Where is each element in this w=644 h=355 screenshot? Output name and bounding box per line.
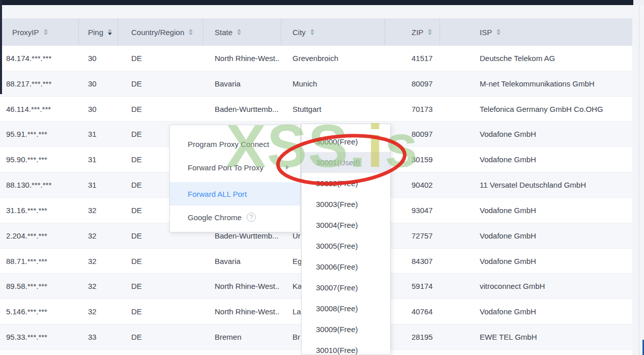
port-menu-item[interactable]: 30004(Free): [302, 215, 390, 235]
port-label: 30004(Free): [316, 221, 358, 229]
cell-zip: 41517: [385, 46, 440, 71]
port-menu-item[interactable]: 30002(Free): [302, 173, 390, 194]
cell-proxyip: 5.146.***.***: [0, 299, 79, 324]
column-header-label: Ping: [88, 28, 103, 37]
port-menu-item[interactable]: 30008(Free): [302, 298, 390, 319]
port-menu-item[interactable]: 30007(Free): [302, 277, 390, 298]
sort-arrows-icon[interactable]: [496, 29, 501, 35]
cell-ping: 32: [79, 223, 118, 248]
sort-arrows-icon[interactable]: [310, 29, 314, 35]
sort-desc-icon[interactable]: [44, 33, 48, 35]
cell-isp: Vodafone GmbH: [440, 223, 632, 248]
menu-item-forward-port-to-proxy[interactable]: Forward Port To Proxy: [170, 156, 300, 179]
sort-asc-icon[interactable]: [189, 29, 193, 32]
column-header-label: City: [292, 28, 306, 37]
menu-item-program-proxy-connect[interactable]: Program Proxy Connect: [170, 132, 300, 156]
sort-desc-icon[interactable]: [428, 33, 432, 35]
cell-country: DE: [118, 274, 203, 299]
sort-arrows-icon[interactable]: [108, 29, 112, 35]
context-menu: Program Proxy Connect Forward Port To Pr…: [169, 125, 301, 232]
port-menu-item[interactable]: 30009(Free): [302, 319, 390, 340]
menu-item-label: Forward ALL Port: [188, 190, 247, 198]
cell-country: DE: [118, 97, 203, 122]
cell-country: DE: [118, 46, 203, 71]
table-row[interactable]: 46.114.***.*** 30 DE Baden-Wurttemb... S…: [0, 97, 632, 122]
column-header[interactable]: ISP: [440, 18, 632, 46]
cell-state: Baden-Wurttemb...: [203, 97, 281, 122]
cell-proxyip: 95.33.***.***: [0, 324, 79, 349]
sort-arrows-icon[interactable]: [428, 29, 432, 35]
column-header-label: Country/Region: [131, 28, 184, 37]
cell-ping: 32: [79, 299, 118, 324]
sort-desc-icon[interactable]: [310, 33, 314, 35]
menu-item-forward-all-port[interactable]: Forward ALL Port: [170, 182, 300, 205]
cell-proxyip: 88.130.***.***: [0, 172, 79, 197]
sort-asc-icon[interactable]: [428, 29, 432, 32]
sort-asc-icon[interactable]: [44, 29, 48, 32]
cell-state: Bavaria: [203, 249, 281, 274]
cell-ping: 30: [79, 71, 118, 96]
sort-arrows-icon[interactable]: [44, 29, 48, 35]
sort-asc-icon[interactable]: [310, 29, 314, 32]
cell-isp: vitroconnect GmbH: [440, 274, 632, 299]
menu-item-label: Program Proxy Connect: [188, 140, 269, 149]
column-header[interactable]: Ping: [79, 18, 118, 46]
sort-asc-icon[interactable]: [237, 29, 241, 32]
port-label: 30007(Free): [316, 283, 358, 292]
sort-arrows-icon[interactable]: [237, 29, 241, 35]
cell-isp: Vodafone GmbH: [440, 299, 632, 324]
port-label: 30002(Free): [316, 179, 358, 188]
port-menu-item[interactable]: 30005(Free): [302, 235, 390, 256]
column-header[interactable]: Country/Region: [118, 18, 203, 46]
cell-proxyip: 95.90.***.***: [0, 147, 79, 172]
cell-zip: 90402: [385, 172, 440, 197]
menu-item-label: Google Chrome: [188, 213, 242, 222]
cell-zip: 84307: [385, 249, 440, 274]
cell-zip: 30159: [385, 147, 440, 172]
table-row[interactable]: 84.174.***.*** 30 DE North Rhine-West.. …: [0, 46, 632, 71]
column-header-label: ZIP: [412, 28, 423, 37]
submenu-arrow-icon: [286, 165, 289, 170]
column-header[interactable]: State: [203, 18, 281, 46]
port-menu-item[interactable]: 30000(Free): [302, 131, 390, 152]
sort-desc-icon[interactable]: [496, 33, 501, 35]
port-label: 30005(Free): [316, 242, 358, 250]
menu-item-google-chrome[interactable]: Google Chrome ?: [170, 205, 300, 229]
sort-asc-icon[interactable]: [108, 29, 112, 32]
cell-proxyip: 95.91.***.***: [0, 122, 79, 146]
table-row[interactable]: 88.217.***.*** 30 DE Bavaria Munich 8009…: [0, 71, 632, 97]
port-label: 30000(Free): [316, 137, 358, 146]
menu-item-label: Forward Port To Proxy: [188, 163, 264, 172]
cell-state: North Rhine-West..: [203, 274, 281, 299]
cell-ping: 31: [79, 147, 118, 172]
cell-ping: 31: [79, 172, 118, 197]
cell-city: Stuttgart: [281, 97, 385, 122]
column-header[interactable]: ZIP: [385, 18, 440, 46]
column-header[interactable]: City: [281, 18, 385, 46]
column-header-label: State: [215, 28, 232, 37]
sort-desc-icon[interactable]: [108, 33, 112, 35]
cell-country: DE: [118, 324, 203, 349]
sort-desc-icon[interactable]: [237, 33, 241, 35]
help-icon[interactable]: ?: [247, 213, 256, 222]
cell-state: Bavaria: [203, 71, 281, 96]
cell-city: Grevenbroich: [281, 46, 385, 71]
cell-zip: 72757: [385, 223, 440, 248]
cell-ping: 31: [79, 122, 118, 146]
port-menu-item[interactable]: 30003(Free): [302, 194, 390, 215]
cell-country: DE: [118, 249, 203, 274]
cell-isp: EWE TEL GmbH: [440, 324, 632, 349]
port-label: 30010(Free): [316, 346, 358, 354]
port-menu-item[interactable]: 30006(Free): [302, 256, 390, 277]
sort-asc-icon[interactable]: [496, 29, 501, 32]
column-header[interactable]: ProxyIP: [0, 18, 79, 46]
port-menu-item[interactable]: 30010(Free): [302, 340, 390, 355]
sort-arrows-icon[interactable]: [189, 29, 193, 35]
cell-proxyip: 88.217.***.***: [0, 71, 79, 96]
port-submenu: 30000(Free) 30001(Used) 30002(Free) 3000…: [301, 124, 391, 355]
cell-zip: 80097: [385, 71, 440, 96]
port-menu-item[interactable]: 30001(Used): [302, 152, 390, 173]
cell-zip: 70173: [385, 97, 440, 122]
cell-zip: 59174: [385, 274, 440, 299]
sort-desc-icon[interactable]: [189, 33, 193, 35]
